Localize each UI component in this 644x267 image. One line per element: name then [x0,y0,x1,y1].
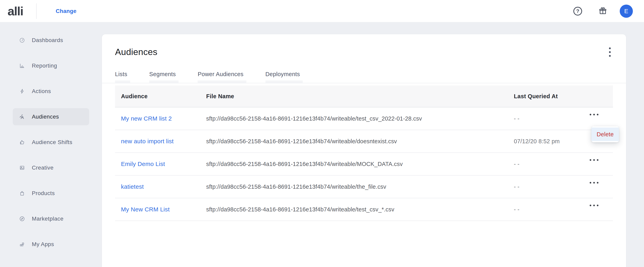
delete-menu-item[interactable]: Delete [592,128,619,141]
sidebar-item-audiences[interactable]: Audiences [0,104,102,130]
file-name-text: sftp://da98cc56-2158-4a16-8691-1216e13f4… [206,138,397,144]
content-area: Audiences Lists Segments Power Audiences… [102,22,644,267]
audiences-table: Audience File Name Last Queried At My ne… [115,86,613,221]
table-header-row: Audience File Name Last Queried At [115,86,613,107]
row-menu-button[interactable] [588,203,600,207]
ellipsis-dot [597,159,598,161]
ellipsis-dot [597,114,598,115]
ellipsis-dot [597,182,598,183]
sidebar-item-label: Creative [32,165,54,171]
row-menu-button[interactable] [588,158,600,162]
bar-chart-icon [19,63,25,69]
app-root: alli Change ? E [0,0,644,267]
sidebar-item-label: Reporting [32,63,57,69]
sidebar-item-my-apps[interactable]: My Apps [0,231,102,257]
audiences-card: Audiences Lists Segments Power Audiences… [102,34,626,267]
tab-bar: Lists Segments Power Audiences Deploymen… [115,71,613,83]
gauge-icon [19,38,25,43]
kebab-dot [609,48,611,49]
change-link[interactable]: Change [56,8,76,14]
sidebar-item-dashboards[interactable]: Dashboards [0,28,102,53]
ellipsis-dot [593,159,595,161]
table-row: My New CRM List sftp://da98cc56-2158-4a1… [115,198,613,221]
help-button[interactable]: ? [573,7,582,16]
sidebar-item-label: Marketplace [32,216,64,222]
gift-button[interactable] [598,7,608,16]
sidebar-item-label: Audiences [32,114,59,120]
column-header-file-name: File Name [200,93,508,100]
sidebar-item-creative[interactable]: Creative [0,155,102,180]
main-area: Dashboards Reporting [0,22,644,267]
ellipsis-dot [593,182,595,183]
audience-link[interactable]: new auto import list [121,138,174,144]
compass-icon [19,216,25,221]
sidebar-item-label: Dashboards [32,37,63,44]
ellipsis-dot [590,159,591,161]
table-row: Emily Demo List sftp://da98cc56-2158-4a1… [115,153,613,176]
ellipsis-dot [593,114,595,115]
sidebar-item-reporting[interactable]: Reporting [0,53,102,79]
audience-link[interactable]: Emily Demo List [121,161,165,167]
file-name-text: sftp://da98cc56-2158-4a16-8691-1216e13f4… [206,161,403,167]
image-icon [19,165,25,171]
ellipsis-dot [597,205,598,206]
gift-icon [598,6,607,16]
column-header-last-queried: Last Queried At [508,93,575,100]
sidebar-item-label: Products [32,190,55,196]
thumbs-up-icon [19,139,25,145]
context-menu: Delete [592,126,619,142]
ellipsis-dot [593,205,595,206]
lightning-icon [19,89,25,94]
row-menu-button[interactable] [588,181,600,185]
shopping-bag-icon [19,190,25,196]
avatar[interactable]: E [620,5,633,18]
column-header-actions [575,86,613,107]
help-circle-icon: ? [573,7,582,16]
alli-logo: alli [8,5,29,17]
file-name-text: sftp://da98cc56-2158-4a16-8691-1216e13f4… [206,115,422,122]
tab-segments[interactable]: Segments [149,71,176,83]
tab-power-audiences[interactable]: Power Audiences [198,71,244,83]
kebab-dot [609,55,611,57]
page-title: Audiences [115,47,158,57]
row-menu-button[interactable] [588,113,600,117]
top-bar: alli Change ? E [0,0,644,22]
apps-grid-icon [19,241,25,247]
sidebar-item-label: Audience Shifts [32,139,72,145]
table-row: katietest sftp://da98cc56-2158-4a16-8691… [115,176,613,198]
table-row: My new CRM list 2 sftp://da98cc56-2158-4… [115,107,613,130]
audience-link[interactable]: My new CRM list 2 [121,115,172,122]
audience-link[interactable]: My New CRM List [121,206,170,213]
sidebar-item-products[interactable]: Products [0,180,102,206]
sidebar-item-label: Actions [32,88,51,94]
kebab-dot [609,51,611,53]
people-icon [19,114,25,120]
last-queried-text: - - [514,161,520,167]
card-menu-button[interactable] [604,47,615,57]
tab-lists[interactable]: Lists [115,71,127,83]
ellipsis-dot [590,205,591,206]
last-queried-text: - - [514,115,520,122]
ellipsis-dot [590,182,591,183]
sidebar-item-marketplace[interactable]: Marketplace [0,206,102,231]
file-name-text: sftp://da98cc56-2158-4a16-8691-1216e13f4… [206,206,394,213]
ellipsis-dot [590,114,591,115]
sidebar-item-actions[interactable]: Actions [0,79,102,104]
tabs-divider [102,83,626,83]
last-queried-text: 07/12/20 8:52 pm [514,138,560,144]
sidebar: Dashboards Reporting [0,22,102,267]
topbar-divider [36,4,36,19]
sidebar-item-audience-shifts[interactable]: Audience Shifts [0,130,102,155]
audience-link[interactable]: katietest [121,183,144,190]
sidebar-item-label: My Apps [32,241,54,247]
card-header: Audiences [115,47,613,57]
last-queried-text: - - [514,183,520,190]
column-header-audience: Audience [115,93,200,100]
file-name-text: sftp://da98cc56-2158-4a16-8691-1216e13f4… [206,183,386,190]
table-row: new auto import list sftp://da98cc56-215… [115,130,613,153]
tab-deployments[interactable]: Deployments [266,71,300,83]
last-queried-text: - - [514,206,520,213]
